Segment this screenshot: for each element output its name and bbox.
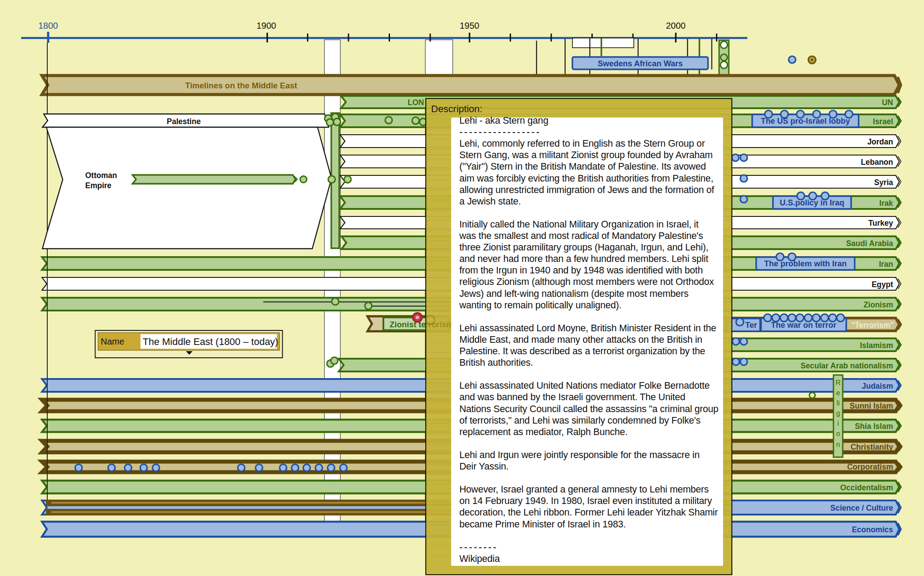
svg-text:British authorities.: British authorities. [459, 357, 533, 368]
svg-text:Deir Yassin.: Deir Yassin. [459, 461, 509, 472]
svg-text:The problem with Iran: The problem with Iran [764, 259, 847, 268]
svg-text:Egypt: Egypt [871, 280, 893, 289]
svg-text:o: o [836, 430, 840, 437]
svg-text:Sunni Islam: Sunni Islam [850, 402, 893, 410]
svg-text:"Terrorism": "Terrorism" [851, 321, 894, 330]
svg-text:Lehi - aka Stern gang: Lehi - aka Stern gang [459, 115, 548, 126]
svg-text:Secular Arab nationalism: Secular Arab nationalism [801, 361, 893, 370]
svg-text:Stern Gang, was a militant Zio: Stern Gang, was a militant Zionist group… [459, 150, 712, 160]
svg-text:rrorism: rrorism [425, 320, 454, 329]
svg-text:Name: Name [101, 337, 124, 346]
svg-text:Palestine. It was described as: Palestine. It was described as a terrori… [459, 346, 705, 356]
svg-text:a Jewish state.: a Jewish state. [459, 196, 521, 207]
svg-text:R: R [836, 379, 841, 387]
svg-text:1800: 1800 [38, 21, 58, 30]
svg-text:Christianity: Christianity [851, 443, 894, 451]
svg-text:aim was forcibly evicting the: aim was forcibly evicting the British au… [459, 173, 713, 184]
svg-text:from the Irgun in 1940 and by: from the Irgun in 1940 and by 1948 was i… [459, 265, 703, 276]
svg-text:UN: UN [882, 98, 893, 107]
svg-text:Jews) and left-wing nationalis: Jews) and left-wing nationalism (despite… [459, 288, 689, 299]
svg-text:Empire: Empire [85, 181, 112, 190]
svg-text:Lehi, commonly referred to in: Lehi, commonly referred to in English as… [459, 138, 705, 149]
svg-text:on 14 February 1949. In 1980,: on 14 February 1949. In 1980, Israel eve… [459, 496, 712, 506]
svg-text:Initially called the National: Initially called the National Military O… [459, 219, 699, 230]
svg-text:Economics: Economics [852, 525, 894, 534]
svg-text:and was banned by the Israeli: and was banned by the Israeli government… [459, 392, 685, 402]
svg-text:U.S.policy in Iraq: U.S.policy in Iraq [780, 198, 844, 207]
svg-text:Timelines on the Middle East: Timelines on the Middle East [185, 81, 297, 90]
svg-text:Lebanon: Lebanon [861, 158, 893, 167]
svg-text:1950: 1950 [460, 21, 480, 30]
svg-text:Shia Islam: Shia Islam [855, 422, 893, 431]
svg-text:Description:: Description: [431, 103, 482, 114]
svg-text:The Middle East (1800 – today): The Middle East (1800 – today) [143, 336, 278, 347]
svg-text:Judaism: Judaism [862, 382, 893, 390]
svg-text:e: e [836, 389, 840, 397]
svg-text:Swedens African Wars: Swedens African Wars [598, 59, 683, 68]
svg-text:became Prime Minister of Israe: became Prime Minister of Israel in 1983. [459, 519, 626, 530]
svg-text:Science / Culture: Science / Culture [830, 504, 893, 512]
svg-text:Saudi Arabia: Saudi Arabia [846, 239, 894, 248]
svg-text:of terrorists," and Lehi was s: of terrorists," and Lehi was similarly c… [459, 415, 701, 426]
svg-text:Zionism: Zionism [863, 300, 893, 309]
svg-text:was the smallest and most radi: was the smallest and most radical of Man… [459, 231, 703, 241]
svg-text:i: i [837, 420, 839, 427]
svg-text:g: g [836, 409, 840, 417]
svg-text:Ottoman: Ottoman [85, 171, 117, 180]
svg-text:Lehi assassinated United Natio: Lehi assassinated United Nations mediato… [459, 380, 710, 391]
svg-text:("Yair") Stern in the British: ("Yair") Stern in the British Mandate of… [459, 161, 706, 172]
svg-text:allowing unrestricted immigrat: allowing unrestricted immigration of Jew… [459, 185, 714, 195]
svg-text:n: n [836, 441, 840, 448]
svg-text:-----------------: ----------------- [459, 126, 541, 137]
svg-text:Nations Security Council calle: Nations Security Council called the assa… [459, 404, 719, 414]
svg-text:replacement as mediator, Ralph: replacement as mediator, Ralph Bunche. [459, 427, 628, 437]
svg-text:The US pro-Israel lobby: The US pro-Israel lobby [761, 117, 850, 125]
svg-text:Turkey: Turkey [868, 219, 893, 227]
svg-text:The war on terror: The war on terror [771, 321, 836, 330]
svg-text:Syria: Syria [874, 178, 893, 187]
svg-text:Israel: Israel [873, 117, 893, 126]
svg-text:Middle East, and made many oth: Middle East, and made many other attacks… [459, 334, 702, 345]
svg-text:However, Israel granted a gene: However, Israel granted a general amnest… [459, 484, 709, 495]
svg-text:wanting to remain politically: wanting to remain politically unaligned)… [459, 300, 621, 311]
svg-text:Iran: Iran [879, 260, 893, 269]
svg-text:li: li [837, 399, 840, 407]
svg-text:Irak: Irak [879, 199, 893, 208]
svg-text:2000: 2000 [666, 21, 686, 30]
svg-text:Lehi and Irgun were jointly re: Lehi and Irgun were jointly responsible … [459, 450, 700, 460]
svg-text:Palestine: Palestine [167, 117, 201, 126]
svg-text:Jordan: Jordan [867, 137, 893, 146]
svg-text:Lehi assassinated Lord Moyne,: Lehi assassinated Lord Moyne, British Mi… [459, 323, 716, 333]
svg-text:1900: 1900 [257, 21, 276, 30]
svg-text:and never had more than a few: and never had more than a few hundred me… [459, 254, 708, 264]
svg-text:LON: LON [408, 98, 424, 107]
svg-text:Ter: Ter [745, 321, 757, 330]
svg-text:Occidentalism: Occidentalism [840, 483, 893, 492]
svg-text:decoration, the Lehi ribbon. F: decoration, the Lehi ribbon. Former Lehi… [459, 507, 718, 518]
svg-text:religious Zionism (although mo: religious Zionism (although most members… [459, 277, 714, 287]
svg-text:Wikipedia: Wikipedia [459, 553, 500, 564]
svg-text:--------: -------- [459, 541, 498, 553]
svg-text:three Zionist paramilitary gro: three Zionist paramilitary groups (Hagan… [459, 242, 708, 253]
svg-text:Islamism: Islamism [860, 341, 893, 350]
svg-text:Corporatism: Corporatism [847, 462, 893, 471]
